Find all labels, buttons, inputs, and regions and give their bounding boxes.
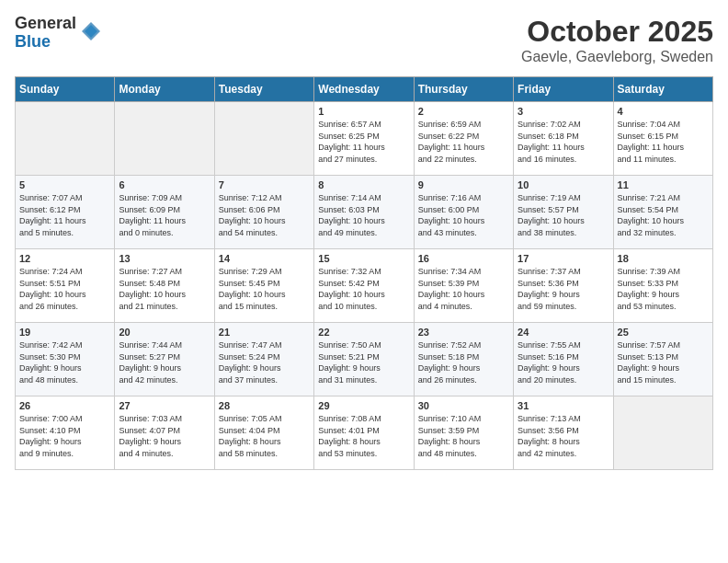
day-number: 6 — [119, 179, 210, 190]
calendar-cell: 21Sunrise: 7:47 AM Sunset: 5:24 PM Dayli… — [214, 323, 313, 396]
subtitle: Gaevle, Gaevleborg, Sweden — [521, 49, 713, 65]
calendar-cell: 14Sunrise: 7:29 AM Sunset: 5:45 PM Dayli… — [214, 249, 313, 323]
day-info: Sunrise: 7:24 AM Sunset: 5:51 PM Dayligh… — [19, 266, 110, 312]
day-number: 30 — [418, 400, 509, 411]
day-number: 17 — [518, 253, 609, 264]
day-info: Sunrise: 7:05 AM Sunset: 4:04 PM Dayligh… — [219, 413, 310, 459]
calendar-cell: 16Sunrise: 7:34 AM Sunset: 5:39 PM Dayli… — [414, 249, 513, 323]
day-info: Sunrise: 7:03 AM Sunset: 4:07 PM Dayligh… — [119, 413, 210, 459]
logo-general: General — [15, 15, 76, 33]
day-number: 15 — [318, 253, 409, 264]
day-info: Sunrise: 7:19 AM Sunset: 5:57 PM Dayligh… — [518, 192, 609, 238]
day-info: Sunrise: 7:12 AM Sunset: 6:06 PM Dayligh… — [219, 192, 310, 238]
calendar-cell — [613, 396, 712, 470]
calendar-cell: 18Sunrise: 7:39 AM Sunset: 5:33 PM Dayli… — [613, 249, 712, 323]
day-number: 29 — [318, 400, 409, 411]
title-block: October 2025 Gaevle, Gaevleborg, Sweden — [521, 15, 713, 65]
day-info: Sunrise: 7:47 AM Sunset: 5:24 PM Dayligh… — [219, 339, 310, 385]
header-day-thursday: Thursday — [414, 77, 513, 102]
day-info: Sunrise: 7:14 AM Sunset: 6:03 PM Dayligh… — [318, 192, 409, 238]
calendar-cell: 7Sunrise: 7:12 AM Sunset: 6:06 PM Daylig… — [214, 176, 313, 249]
day-number: 28 — [219, 400, 310, 411]
day-number: 27 — [119, 400, 210, 411]
calendar-cell: 20Sunrise: 7:44 AM Sunset: 5:27 PM Dayli… — [115, 323, 214, 396]
day-info: Sunrise: 7:55 AM Sunset: 5:16 PM Dayligh… — [518, 339, 609, 385]
day-number: 18 — [618, 253, 709, 264]
header-day-sunday: Sunday — [16, 77, 115, 102]
calendar-cell: 19Sunrise: 7:42 AM Sunset: 5:30 PM Dayli… — [16, 323, 115, 396]
day-number: 10 — [518, 179, 609, 190]
day-number: 2 — [418, 106, 509, 117]
day-info: Sunrise: 7:29 AM Sunset: 5:45 PM Dayligh… — [219, 266, 310, 312]
day-info: Sunrise: 7:09 AM Sunset: 6:09 PM Dayligh… — [119, 192, 210, 238]
day-info: Sunrise: 7:21 AM Sunset: 5:54 PM Dayligh… — [618, 192, 709, 238]
day-number: 20 — [119, 327, 210, 338]
calendar-cell: 23Sunrise: 7:52 AM Sunset: 5:18 PM Dayli… — [414, 323, 513, 396]
day-number: 14 — [219, 253, 310, 264]
calendar-cell: 15Sunrise: 7:32 AM Sunset: 5:42 PM Dayli… — [314, 249, 414, 323]
day-number: 31 — [518, 400, 609, 411]
week-row-4: 19Sunrise: 7:42 AM Sunset: 5:30 PM Dayli… — [16, 323, 713, 396]
calendar-cell: 4Sunrise: 7:04 AM Sunset: 6:15 PM Daylig… — [613, 102, 712, 176]
header-day-friday: Friday — [514, 77, 613, 102]
day-info: Sunrise: 6:57 AM Sunset: 6:25 PM Dayligh… — [318, 119, 409, 165]
day-info: Sunrise: 7:16 AM Sunset: 6:00 PM Dayligh… — [418, 192, 509, 238]
calendar-cell: 25Sunrise: 7:57 AM Sunset: 5:13 PM Dayli… — [613, 323, 712, 396]
header: General Blue October 2025 Gaevle, Gaevle… — [15, 15, 713, 65]
calendar-cell: 10Sunrise: 7:19 AM Sunset: 5:57 PM Dayli… — [514, 176, 613, 249]
week-row-1: 1Sunrise: 6:57 AM Sunset: 6:25 PM Daylig… — [16, 102, 713, 176]
week-row-2: 5Sunrise: 7:07 AM Sunset: 6:12 PM Daylig… — [16, 176, 713, 249]
day-number: 16 — [418, 253, 509, 264]
day-number: 24 — [518, 327, 609, 338]
calendar-cell: 28Sunrise: 7:05 AM Sunset: 4:04 PM Dayli… — [214, 396, 313, 470]
day-number: 13 — [119, 253, 210, 264]
day-number: 12 — [19, 253, 110, 264]
calendar-cell: 6Sunrise: 7:09 AM Sunset: 6:09 PM Daylig… — [115, 176, 214, 249]
header-day-saturday: Saturday — [613, 77, 712, 102]
week-row-5: 26Sunrise: 7:00 AM Sunset: 4:10 PM Dayli… — [16, 396, 713, 470]
day-info: Sunrise: 7:44 AM Sunset: 5:27 PM Dayligh… — [119, 339, 210, 385]
calendar-cell: 27Sunrise: 7:03 AM Sunset: 4:07 PM Dayli… — [115, 396, 214, 470]
calendar-cell — [16, 102, 115, 176]
header-day-wednesday: Wednesday — [314, 77, 414, 102]
day-number: 8 — [318, 179, 409, 190]
calendar-cell: 17Sunrise: 7:37 AM Sunset: 5:36 PM Dayli… — [514, 249, 613, 323]
day-info: Sunrise: 7:07 AM Sunset: 6:12 PM Dayligh… — [19, 192, 110, 238]
calendar-cell: 3Sunrise: 7:02 AM Sunset: 6:18 PM Daylig… — [514, 102, 613, 176]
calendar-header: SundayMondayTuesdayWednesdayThursdayFrid… — [16, 77, 713, 102]
day-number: 7 — [219, 179, 310, 190]
logo-blue: Blue — [15, 33, 76, 52]
day-info: Sunrise: 7:02 AM Sunset: 6:18 PM Dayligh… — [518, 119, 609, 165]
calendar-body: 1Sunrise: 6:57 AM Sunset: 6:25 PM Daylig… — [16, 102, 713, 470]
day-number: 4 — [618, 106, 709, 117]
day-number: 23 — [418, 327, 509, 338]
calendar-cell — [115, 102, 214, 176]
calendar-cell — [214, 102, 313, 176]
day-info: Sunrise: 7:50 AM Sunset: 5:21 PM Dayligh… — [318, 339, 409, 385]
month-title: October 2025 — [521, 15, 713, 49]
week-row-3: 12Sunrise: 7:24 AM Sunset: 5:51 PM Dayli… — [16, 249, 713, 323]
day-info: Sunrise: 7:57 AM Sunset: 5:13 PM Dayligh… — [618, 339, 709, 385]
day-number: 1 — [318, 106, 409, 117]
calendar-cell: 12Sunrise: 7:24 AM Sunset: 5:51 PM Dayli… — [16, 249, 115, 323]
calendar-cell: 13Sunrise: 7:27 AM Sunset: 5:48 PM Dayli… — [115, 249, 214, 323]
day-number: 21 — [219, 327, 310, 338]
day-info: Sunrise: 7:00 AM Sunset: 4:10 PM Dayligh… — [19, 413, 110, 459]
day-info: Sunrise: 7:04 AM Sunset: 6:15 PM Dayligh… — [618, 119, 709, 165]
calendar-cell: 5Sunrise: 7:07 AM Sunset: 6:12 PM Daylig… — [16, 176, 115, 249]
calendar-cell: 29Sunrise: 7:08 AM Sunset: 4:01 PM Dayli… — [314, 396, 414, 470]
calendar-table: SundayMondayTuesdayWednesdayThursdayFrid… — [15, 76, 713, 470]
calendar-cell: 24Sunrise: 7:55 AM Sunset: 5:16 PM Dayli… — [514, 323, 613, 396]
day-info: Sunrise: 7:52 AM Sunset: 5:18 PM Dayligh… — [418, 339, 509, 385]
day-number: 5 — [19, 179, 110, 190]
day-number: 19 — [19, 327, 110, 338]
calendar-cell: 8Sunrise: 7:14 AM Sunset: 6:03 PM Daylig… — [314, 176, 414, 249]
logo-icon — [80, 20, 102, 42]
day-info: Sunrise: 7:32 AM Sunset: 5:42 PM Dayligh… — [318, 266, 409, 312]
calendar-cell: 30Sunrise: 7:10 AM Sunset: 3:59 PM Dayli… — [414, 396, 513, 470]
day-info: Sunrise: 7:39 AM Sunset: 5:33 PM Dayligh… — [618, 266, 709, 312]
calendar-cell: 26Sunrise: 7:00 AM Sunset: 4:10 PM Dayli… — [16, 396, 115, 470]
header-day-tuesday: Tuesday — [214, 77, 313, 102]
day-number: 11 — [618, 179, 709, 190]
day-info: Sunrise: 7:08 AM Sunset: 4:01 PM Dayligh… — [318, 413, 409, 459]
